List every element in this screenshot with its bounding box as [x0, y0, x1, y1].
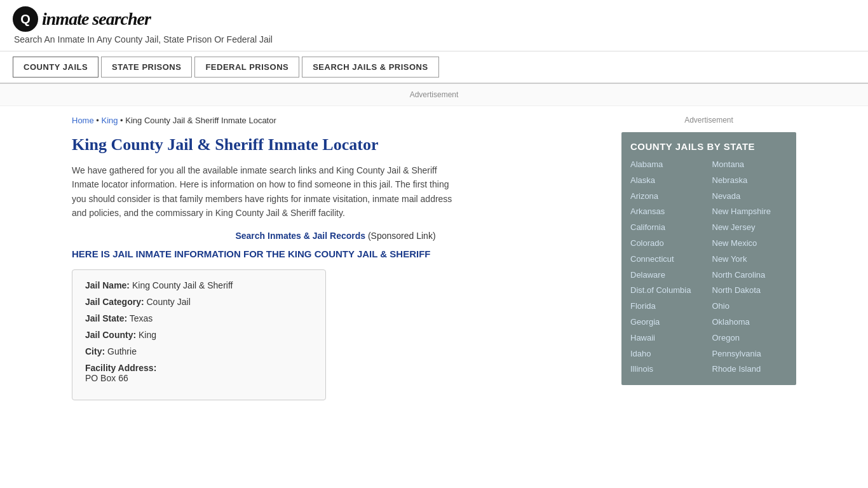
jail-name-label: Jail Name:: [85, 280, 130, 290]
jail-county-label: Jail County:: [85, 330, 136, 340]
jail-address-value: PO Box 66: [85, 373, 313, 383]
main-layout: Home • King • King County Jail & Sheriff…: [59, 106, 809, 413]
logo-text: inmate searcher: [42, 9, 151, 29]
state-box-title: COUNTY JAILS BY STATE: [630, 141, 787, 152]
state-link[interactable]: Oregon: [712, 332, 788, 345]
logo-icon: Q: [13, 6, 38, 32]
state-link[interactable]: Nebraska: [712, 174, 788, 187]
jail-address-row: Facility Address: PO Box 66: [85, 363, 313, 383]
state-link[interactable]: Colorado: [630, 237, 706, 250]
state-col-2: MontanaNebraskaNevadaNew HampshireNew Je…: [712, 158, 788, 376]
breadcrumb-king[interactable]: King: [101, 116, 118, 125]
jail-category-value: County Jail: [146, 297, 190, 307]
state-col-1: AlabamaAlaskaArizonaArkansasCaliforniaCo…: [630, 158, 706, 376]
nav: COUNTY JAILS STATE PRISONS FEDERAL PRISO…: [0, 51, 868, 84]
sponsored-link-anchor[interactable]: Search Inmates & Jail Records: [235, 231, 365, 241]
state-link[interactable]: Oklahoma: [712, 316, 788, 329]
nav-state-prisons[interactable]: STATE PRISONS: [101, 57, 192, 78]
jail-state-value: Texas: [130, 313, 153, 323]
state-link[interactable]: New Hampshire: [712, 205, 788, 219]
sidebar-ad: Advertisement: [621, 116, 796, 125]
logo-text-searcher: searcher: [92, 9, 151, 29]
state-box: COUNTY JAILS BY STATE AlabamaAlaskaArizo…: [621, 132, 796, 385]
state-link[interactable]: Arkansas: [630, 205, 706, 219]
sponsored-suffix: (Sponsored Link): [365, 231, 436, 241]
state-link[interactable]: Dist.of Columbia: [630, 284, 706, 297]
state-link[interactable]: North Dakota: [712, 284, 788, 297]
state-link[interactable]: Nevada: [712, 190, 788, 203]
info-box: Jail Name: King County Jail & Sheriff Ja…: [72, 269, 326, 400]
breadcrumb-sep2: •: [118, 116, 126, 125]
breadcrumb-current: King County Jail & Sheriff Inmate Locato…: [125, 116, 276, 125]
jail-name-value: King County Jail & Sheriff: [132, 280, 233, 290]
jail-category-row: Jail Category: County Jail: [85, 297, 313, 307]
ad-bar: Advertisement: [0, 84, 868, 106]
state-link[interactable]: California: [630, 221, 706, 234]
logo-area: Q inmate searcher: [13, 6, 855, 32]
breadcrumb-home[interactable]: Home: [72, 116, 94, 125]
jail-city-value: Guthrie: [107, 346, 137, 356]
state-link[interactable]: New York: [712, 253, 788, 266]
header: Q inmate searcher Search An Inmate In An…: [0, 0, 868, 51]
nav-county-jails[interactable]: COUNTY JAILS: [13, 57, 98, 78]
jail-county-value: King: [139, 330, 156, 340]
jail-name-row: Jail Name: King County Jail & Sheriff: [85, 280, 313, 290]
sidebar: Advertisement COUNTY JAILS BY STATE Alab…: [612, 106, 796, 413]
description: We have gathered for you all the availab…: [72, 163, 453, 220]
content: Home • King • King County Jail & Sheriff…: [72, 106, 612, 413]
state-link[interactable]: Rhode Island: [712, 363, 788, 376]
state-link[interactable]: Georgia: [630, 316, 706, 329]
jail-state-row: Jail State: Texas: [85, 313, 313, 323]
sub-heading: HERE IS JAIL INMATE INFORMATION FOR THE …: [72, 248, 599, 259]
jail-address-label: Facility Address:: [85, 363, 156, 373]
jail-category-label: Jail Category:: [85, 297, 144, 307]
page-title: King County Jail & Sheriff Inmate Locato…: [72, 135, 599, 154]
state-link[interactable]: Alabama: [630, 158, 706, 172]
state-link[interactable]: Idaho: [630, 348, 706, 361]
state-link[interactable]: Pennsylvania: [712, 348, 788, 361]
jail-city-label: City:: [85, 346, 105, 356]
breadcrumb-sep1: •: [94, 116, 102, 125]
state-link[interactable]: Montana: [712, 158, 788, 172]
sponsored-link: Search Inmates & Jail Records (Sponsored…: [72, 231, 599, 241]
jail-state-label: Jail State:: [85, 313, 127, 323]
state-link[interactable]: New Jersey: [712, 221, 788, 234]
jail-city-row: City: Guthrie: [85, 346, 313, 356]
state-link[interactable]: New Mexico: [712, 237, 788, 250]
state-link[interactable]: Alaska: [630, 174, 706, 187]
state-columns: AlabamaAlaskaArizonaArkansasCaliforniaCo…: [630, 158, 787, 376]
state-link[interactable]: North Carolina: [712, 269, 788, 282]
state-link[interactable]: Connecticut: [630, 253, 706, 266]
state-link[interactable]: Arizona: [630, 190, 706, 203]
state-link[interactable]: Ohio: [712, 300, 788, 313]
logo-text-inmate: inmate: [42, 9, 88, 29]
state-link[interactable]: Delaware: [630, 269, 706, 282]
jail-county-row: Jail County: King: [85, 330, 313, 340]
state-link[interactable]: Illinois: [630, 363, 706, 376]
state-link[interactable]: Florida: [630, 300, 706, 313]
state-link[interactable]: Hawaii: [630, 332, 706, 345]
tagline: Search An Inmate In Any County Jail, Sta…: [14, 34, 855, 44]
nav-federal-prisons[interactable]: FEDERAL PRISONS: [194, 57, 299, 78]
nav-search-jails[interactable]: SEARCH JAILS & PRISONS: [302, 57, 438, 78]
breadcrumb: Home • King • King County Jail & Sheriff…: [72, 116, 599, 125]
